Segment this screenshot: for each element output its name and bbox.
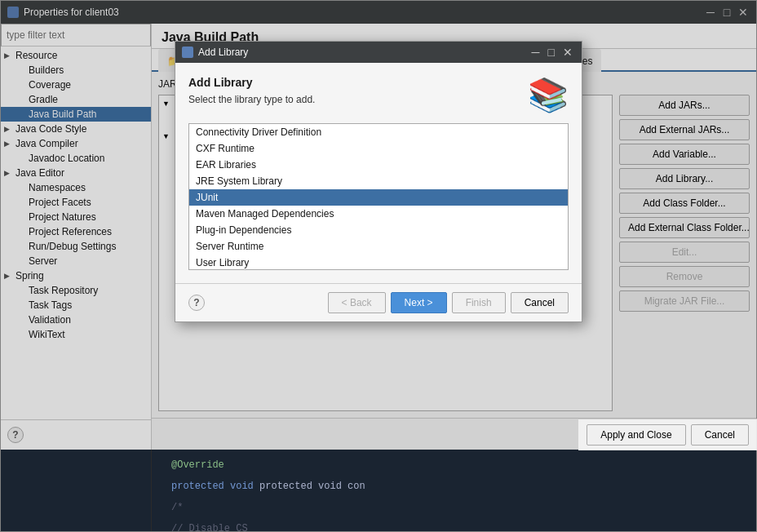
library-list[interactable]: Connectivity Driver Definition CXF Runti…: [188, 123, 569, 270]
dialog-title-text: Add Library: [198, 47, 525, 58]
sidebar-item-label: Java Code Style: [15, 123, 86, 135]
sidebar-bottom: [1, 450, 152, 531]
edit-button[interactable]: Edit...: [619, 242, 750, 263]
library-item-junit[interactable]: JUnit: [189, 189, 568, 206]
apply-and-close-button[interactable]: Apply and Close: [587, 424, 685, 446]
sidebar-item-label: Project Facets: [29, 197, 91, 208]
minimize-button[interactable]: ─: [704, 6, 717, 19]
sidebar-item-label: Task Tags: [29, 299, 72, 311]
sidebar-item-label: Java Build Path: [29, 109, 96, 120]
add-variable-button[interactable]: Add Variable...: [619, 144, 750, 165]
sidebar-item-gradle[interactable]: Gradle: [1, 92, 151, 107]
library-item-connectivity-driver[interactable]: Connectivity Driver Definition: [189, 124, 568, 140]
sidebar-item-label: WikiText: [29, 329, 65, 340]
sidebar-item-label: Project Natures: [29, 211, 96, 223]
sidebar-item-wikitext[interactable]: WikiText: [1, 327, 151, 342]
arrow-icon: ▶: [4, 51, 12, 60]
sidebar-item-task-repository[interactable]: Task Repository: [1, 283, 151, 298]
add-external-class-folder-button[interactable]: Add External Class Folder...: [619, 217, 750, 238]
code-comment-disable: // Disable CS: [171, 523, 248, 531]
keyword-protected: protected: [171, 481, 230, 492]
arrow-icon: ▶: [4, 125, 12, 133]
sidebar-item-java-editor[interactable]: ▶ Java Editor: [1, 166, 151, 180]
arrow-icon: ▶: [4, 169, 12, 177]
code-line-2: protected void protected void con: [162, 476, 746, 497]
dialog-back-button[interactable]: < Back: [328, 292, 386, 313]
help-button[interactable]: ?: [7, 427, 24, 443]
sidebar-item-project-facets[interactable]: Project Facets: [1, 195, 151, 210]
sidebar-item-label: Task Repository: [29, 285, 98, 296]
add-class-folder-button[interactable]: Add Class Folder...: [619, 193, 750, 214]
title-bar: Properties for client03 ─ □ ✕: [1, 1, 756, 24]
bottom-area: @Override protected void protected void …: [1, 450, 756, 531]
code-editor: @Override protected void protected void …: [152, 450, 756, 531]
add-external-jars-button[interactable]: Add External JARs...: [619, 119, 750, 140]
remove-button[interactable]: Remove: [619, 266, 750, 287]
annotation-override: @Override: [171, 459, 224, 471]
sidebar-item-resource[interactable]: ▶ Resource: [1, 48, 151, 63]
library-item-plugin-dependencies[interactable]: Plug-in Dependencies: [189, 222, 568, 238]
sidebar-item-label: Javadoc Location: [29, 153, 104, 164]
sidebar-item-label: Coverage: [29, 79, 71, 91]
dialog-close-button[interactable]: ✕: [560, 46, 575, 59]
dialog-footer-buttons: < Back Next > Finish Cancel: [328, 292, 569, 313]
dialog-next-button[interactable]: Next >: [391, 292, 447, 313]
sidebar-item-java-code-style[interactable]: ▶ Java Code Style: [1, 122, 151, 136]
sidebar-item-java-build-path[interactable]: Java Build Path: [1, 107, 151, 122]
sidebar-item-run-debug[interactable]: Run/Debug Settings: [1, 239, 151, 254]
add-jars-button[interactable]: Add JARs...: [619, 95, 750, 116]
sidebar-item-project-references[interactable]: Project References: [1, 224, 151, 239]
library-item-ear-libraries[interactable]: EAR Libraries: [189, 157, 568, 173]
sidebar-item-label: Namespaces: [29, 182, 86, 193]
bottom-action-bar: Apply and Close Cancel: [578, 419, 757, 450]
sidebar-item-label: Java Compiler: [15, 138, 78, 149]
sidebar-item-java-compiler[interactable]: ▶ Java Compiler: [1, 136, 151, 151]
library-item-server-runtime[interactable]: Server Runtime: [189, 238, 568, 255]
library-item-maven-managed-deps[interactable]: Maven Managed Dependencies: [189, 206, 568, 222]
window-title: Properties for client03: [24, 7, 699, 18]
sidebar-item-label: Builders: [29, 64, 64, 76]
dialog-maximize-button[interactable]: □: [546, 46, 557, 59]
right-buttons: Add JARs... Add External JARs... Add Var…: [619, 95, 750, 411]
dialog-description: Select the library type to add.: [188, 94, 518, 105]
cancel-button[interactable]: Cancel: [691, 424, 749, 446]
dialog-minimize-button[interactable]: ─: [529, 46, 542, 59]
filter-input[interactable]: [1, 24, 151, 47]
migrate-jar-file-button[interactable]: Migrate JAR File...: [619, 290, 750, 312]
sidebar-item-server[interactable]: Server: [1, 254, 151, 268]
sidebar-item-label: Run/Debug Settings: [29, 241, 116, 252]
dialog-finish-button[interactable]: Finish: [452, 292, 506, 313]
sidebar-tree: ▶ Resource Builders Coverage Gradle: [1, 47, 151, 419]
arrow-icon: ▶: [4, 140, 12, 148]
library-item-cxf-runtime[interactable]: CXF Runtime: [189, 140, 568, 157]
sidebar-item-javadoc-location[interactable]: Javadoc Location: [1, 151, 151, 166]
dialog-heading: Add Library: [188, 76, 518, 89]
dialog-footer: ? < Back Next > Finish Cancel: [175, 283, 582, 321]
sidebar-item-namespaces[interactable]: Namespaces: [1, 180, 151, 195]
dialog-help-button[interactable]: ?: [188, 295, 205, 311]
dialog-body: Add Library Select the library type to a…: [175, 63, 582, 283]
library-item-user-library[interactable]: User Library: [189, 255, 568, 270]
sidebar-item-label: Resource: [15, 50, 57, 61]
sidebar-item-coverage[interactable]: Coverage: [1, 78, 151, 92]
sidebar-item-builders[interactable]: Builders: [1, 63, 151, 78]
code-con: protected void con: [259, 481, 365, 492]
dialog-header-row: Add Library Select the library type to a…: [188, 76, 569, 115]
keyword-void: void: [230, 481, 259, 492]
add-library-button[interactable]: Add Library...: [619, 168, 750, 189]
sidebar-item-task-tags[interactable]: Task Tags: [1, 298, 151, 313]
sidebar-item-validation[interactable]: Validation: [1, 313, 151, 327]
dialog-title-bar: Add Library ─ □ ✕: [175, 42, 582, 63]
dialog-title-buttons: ─ □ ✕: [529, 46, 575, 59]
library-icon: 📚: [528, 76, 569, 114]
title-bar-icon: [7, 7, 19, 18]
maximize-button[interactable]: □: [720, 6, 733, 19]
sidebar-item-project-natures[interactable]: Project Natures: [1, 210, 151, 224]
close-button[interactable]: ✕: [737, 6, 750, 19]
dialog-cancel-button[interactable]: Cancel: [511, 292, 569, 313]
library-item-jre-system-library[interactable]: JRE System Library: [189, 173, 568, 189]
sidebar-item-spring[interactable]: ▶ Spring: [1, 268, 151, 283]
sidebar-item-label: Server: [29, 255, 57, 267]
dialog-title-icon: [182, 47, 193, 58]
dialog-header-text: Add Library Select the library type to a…: [188, 76, 518, 115]
